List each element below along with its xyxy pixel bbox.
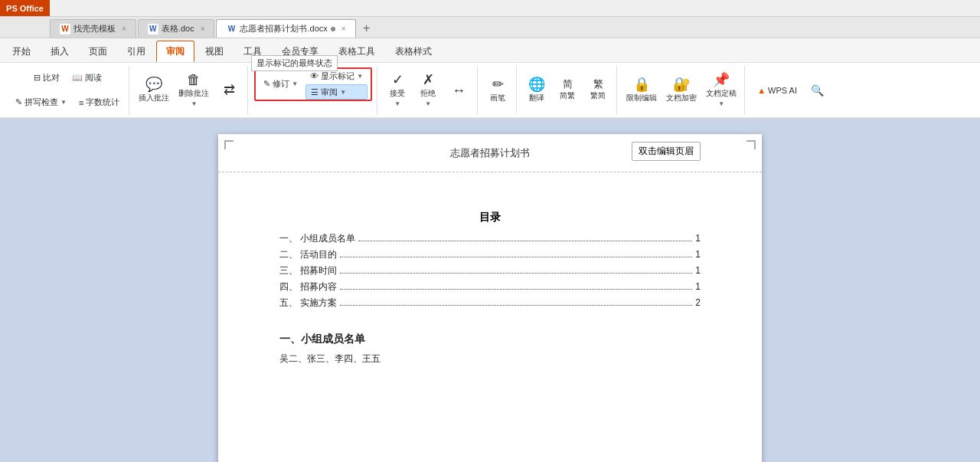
restrict-icon: 🔒: [633, 77, 650, 91]
anchor-arrow: ▼: [718, 100, 724, 107]
accept-reject-top: ✓ 接受 ▼ ✗ 拒绝 ▼ ↔: [384, 67, 472, 113]
review-pane-arrow: ▼: [340, 89, 346, 96]
toc-dots-4: [340, 289, 692, 290]
ribbon-tab-table-style[interactable]: 表格样式: [386, 41, 441, 62]
accept-button[interactable]: ✓ 接受 ▼: [384, 71, 411, 110]
ribbon-group-draw: ✏ 画笔: [479, 66, 517, 115]
spell-check-button[interactable]: ✎ 拼写检查 ▼: [11, 95, 71, 110]
draw-group-top: ✏ 画笔: [484, 67, 511, 113]
toc-dots-2: [340, 257, 692, 257]
ribbon-group-compare: ⊟ 比对 📖 阅读 ✎ 拼写检查 ▼ ≡ 字数统计: [6, 66, 129, 115]
toc-list: 一、 小组成员名单 1 二、 活动目的 1 三、 招募时间 1 四、 招募内容: [279, 232, 701, 310]
navigate-change-icon: ↔: [452, 84, 466, 97]
reject-icon: ✗: [423, 73, 434, 87]
anchor-button[interactable]: 📌 文档定稿 ▼: [703, 71, 740, 110]
tab-close-2[interactable]: ×: [201, 25, 205, 33]
insert-comment-button[interactable]: 💬 插入批注: [136, 71, 172, 110]
spell-icon: ✎: [15, 97, 22, 107]
document-header[interactable]: 志愿者招募计划书 双击编辑页眉: [218, 134, 762, 172]
simplified-button[interactable]: 简 简繁: [554, 71, 581, 110]
review-highlight-box: 显示标记的最终状态 ✎ 修订 ▼ 👁 显示标记 ▼ ☰ 审阅: [254, 67, 372, 101]
traditional-icon: 繁: [593, 79, 603, 89]
delete-comment-button[interactable]: 🗑 删除批注 ▼: [175, 71, 212, 110]
review-pane-icon: ☰: [311, 87, 318, 97]
ribbon-group-ai: ▲ WPS AI 🔍: [746, 66, 833, 115]
search-button[interactable]: 🔍: [806, 83, 828, 98]
toc-item-4: 四、 招募内容 1: [279, 280, 701, 293]
toc-dots-5: [340, 305, 692, 306]
word-count-icon: ≡: [79, 98, 83, 107]
toc-dots-3: [340, 273, 692, 274]
ribbon-tab-insert[interactable]: 插入: [41, 41, 78, 62]
wps-ai-button[interactable]: ▲ WPS AI: [751, 84, 803, 97]
word-count-button[interactable]: ≡ 字数统计: [74, 95, 124, 110]
ribbon-tab-start[interactable]: 开始: [3, 41, 40, 62]
tab-volunteer-doc[interactable]: W 志愿者招募计划书.docx ×: [216, 19, 355, 38]
toc-item-2: 二、 活动目的 1: [279, 248, 701, 261]
header-content: 志愿者招募计划书: [450, 146, 530, 160]
accept-icon: ✓: [392, 73, 403, 87]
tabs-bar: W 找壳壳模板 × W 表格.doc × W 志愿者招募计划书.docx × +: [0, 17, 980, 38]
encrypt-button[interactable]: 🔐 文档加密: [663, 71, 700, 110]
compare-button[interactable]: ⊟ 比对: [29, 70, 64, 86]
ribbon-group-track: 显示标记的最终状态 ✎ 修订 ▼ 👁 显示标记 ▼ ☰ 审阅: [250, 66, 377, 115]
tab-table-doc[interactable]: W 表格.doc ×: [138, 19, 215, 38]
toc-item-3: 三、 招募时间 1: [279, 264, 701, 277]
document-body: 目录 一、 小组成员名单 1 二、 活动目的 1 三、 招募时间 1: [279, 180, 701, 365]
reject-button[interactable]: ✗ 拒绝 ▼: [414, 71, 442, 110]
ribbon-tab-ref[interactable]: 引用: [118, 41, 155, 62]
toc-dots-1: [358, 241, 692, 241]
title-bar: PS Office: [0, 0, 980, 17]
ribbon-content: ⊟ 比对 📖 阅读 ✎ 拼写检查 ▼ ≡ 字数统计: [0, 63, 980, 118]
ribbon-group-comment: 💬 插入批注 🗑 删除批注 ▼ ⇄: [131, 66, 248, 115]
pen-button[interactable]: ✏ 画笔: [484, 71, 511, 110]
anchor-icon: 📌: [713, 73, 730, 87]
navigate-icon: ⇄: [224, 83, 235, 97]
compare-group-buttons: ⊟ 比对 📖 阅读: [29, 67, 106, 89]
tab-close-3[interactable]: ×: [341, 25, 346, 33]
translate-button[interactable]: 🌐 翻译: [523, 71, 550, 110]
translate-icon: 🌐: [528, 77, 545, 91]
ribbon: 开始 插入 页面 引用 审阅 视图 工具 会员专享 表格工具 表格样式 ⊟ 比对…: [0, 38, 980, 119]
read-button[interactable]: 📖 阅读: [67, 70, 106, 86]
tab-modified-dot: [331, 27, 335, 31]
ai-top: ▲ WPS AI 🔍: [751, 67, 828, 113]
new-tab-button[interactable]: +: [358, 19, 376, 38]
comment-group-top: 💬 插入批注 🗑 删除批注 ▼ ⇄: [136, 67, 243, 113]
simplified-icon: 简: [563, 79, 573, 89]
review-pane-button[interactable]: ☰ 审阅 ▼: [305, 84, 368, 100]
section1-title: 一、小组成员名单: [279, 333, 701, 346]
tab-find-template[interactable]: W 找壳壳模板 ×: [50, 19, 136, 38]
word-icon-1: W: [148, 24, 158, 34]
spell-dropdown-arrow: ▼: [60, 99, 67, 106]
ribbon-tab-page[interactable]: 页面: [80, 41, 116, 62]
modify-arrow: ▼: [292, 80, 298, 87]
insert-comment-icon: 💬: [145, 77, 162, 91]
wps-icon: W: [60, 24, 70, 34]
translate-group-top: 🌐 翻译 简 简繁 繁 繁简: [523, 67, 612, 113]
navigate-comment-button[interactable]: ⇄: [215, 71, 243, 110]
modify-icon: ✎: [263, 79, 270, 89]
encrypt-icon: 🔐: [673, 77, 690, 91]
delete-comment-icon: 🗑: [187, 73, 201, 87]
word-icon-2: W: [226, 24, 237, 34]
show-marks-icon: 👁: [310, 71, 318, 80]
accept-arrow: ▼: [394, 100, 400, 107]
wps-ai-logo: ▲: [757, 86, 766, 95]
toc-item-1: 一、 小组成员名单 1: [279, 232, 701, 245]
track-modify-button[interactable]: ✎ 修订 ▼: [259, 77, 302, 92]
ribbon-tab-view[interactable]: 视图: [196, 41, 233, 62]
toc-item-5: 五、 实施方案 2: [279, 297, 701, 310]
header-edit-tooltip: 双击编辑页眉: [632, 142, 701, 161]
ribbon-tabs: 开始 插入 页面 引用 审阅 视图 工具 会员专享 表格工具 表格样式: [0, 38, 980, 63]
ribbon-group-protect: 🔒 限制编辑 🔐 文档加密 📌 文档定稿 ▼: [619, 66, 745, 115]
document-page: 志愿者招募计划书 双击编辑页眉 目录 一、 小组成员名单 1 二、 活动目的 1: [218, 134, 762, 462]
ribbon-tab-review[interactable]: 审阅: [156, 41, 194, 62]
traditional-button[interactable]: 繁 繁简: [584, 71, 612, 110]
navigate-change-button[interactable]: ↔: [445, 71, 472, 110]
app-logo: PS Office: [0, 0, 50, 16]
restrict-edit-button[interactable]: 🔒 限制编辑: [623, 71, 660, 110]
tab-close-1[interactable]: ×: [122, 25, 126, 33]
reject-arrow: ▼: [425, 100, 431, 107]
show-review-col: 👁 显示标记 ▼ ☰ 审阅 ▼: [305, 68, 368, 100]
